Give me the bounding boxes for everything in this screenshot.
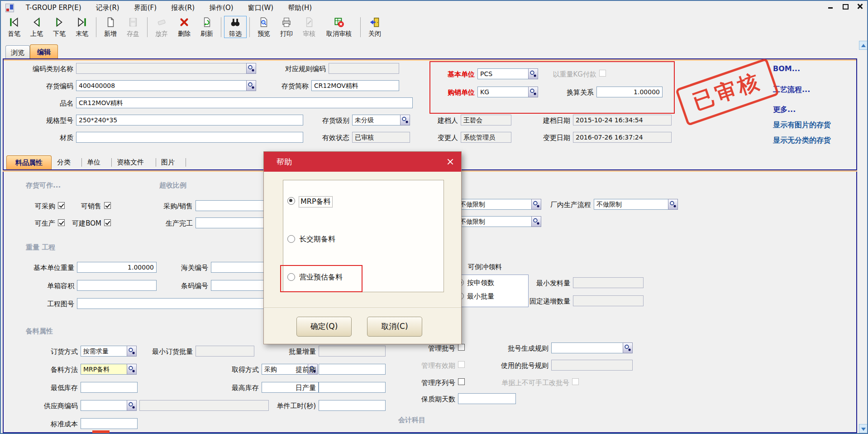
level-lookup-icon[interactable] (400, 115, 410, 125)
menu-item-app[interactable]: T-GROUP ERP(E) (19, 3, 88, 13)
material-field[interactable] (76, 132, 303, 143)
box-volume-field[interactable] (77, 280, 157, 291)
first-record-button[interactable]: 首笔 (3, 16, 25, 38)
lead-time-field[interactable] (319, 364, 386, 375)
restrict2-field[interactable]: 不做限制 (457, 216, 532, 227)
trade-unit-lookup-icon[interactable] (528, 87, 538, 97)
base-unit-lookup-icon[interactable] (528, 68, 538, 79)
binoculars-icon (229, 16, 241, 30)
last-record-button[interactable]: 末笔 (71, 16, 93, 38)
order-mode-lookup-icon[interactable] (127, 346, 137, 357)
tab-item-attributes[interactable]: 料品属性 (6, 155, 52, 169)
next-record-button[interactable]: 下笔 (48, 16, 71, 38)
base-unit-field[interactable]: PCS (477, 68, 529, 79)
option-mrp-radio[interactable] (287, 197, 295, 205)
restrict1-field[interactable]: 不做限制 (457, 199, 532, 210)
scroll-up-icon[interactable] (859, 41, 868, 50)
tab-images[interactable]: 图片 (161, 158, 186, 167)
cancel-button[interactable]: 取消(C) (367, 317, 422, 337)
trade-unit-field[interactable]: KG (477, 87, 529, 97)
manage-batch-checkbox[interactable] (458, 344, 465, 351)
manage-validity-checkbox[interactable] (458, 361, 465, 368)
cancel-audit-button[interactable]: 取消审核 (320, 16, 358, 38)
used-batch-rule-field (551, 360, 633, 371)
option-long-leadtime-label[interactable]: 长交期备料 (299, 235, 335, 244)
spec-field[interactable]: 250*240*35 (76, 115, 303, 125)
menu-item-record[interactable]: 记录(R) (90, 3, 126, 13)
product-name-field[interactable]: CR12MOV精料 (76, 97, 413, 108)
option-mrp-label[interactable]: MRP备料 (299, 197, 332, 207)
scroll-down-icon[interactable] (859, 424, 868, 433)
tab-classification[interactable]: 分类 (57, 158, 82, 167)
erp-window: { "colors":{"accent_red":"#e02424","dial… (0, 0, 868, 434)
option-long-leadtime-radio[interactable] (287, 235, 295, 243)
no-manual-batch-checkbox[interactable] (572, 378, 579, 385)
new-button[interactable]: 新增 (99, 16, 122, 38)
prev-record-button[interactable]: 上笔 (25, 16, 48, 38)
menu-item-report[interactable]: 报表(R) (165, 3, 201, 13)
batch-rule-field[interactable] (551, 342, 624, 353)
factory-flow-lookup-icon[interactable] (668, 199, 678, 210)
print-button[interactable]: 打印 (275, 16, 298, 38)
daily-output-label: 日产量 (277, 384, 316, 392)
supplier-code-field[interactable] (81, 400, 128, 411)
daily-output-field[interactable] (319, 382, 386, 393)
menu-item-help[interactable]: 帮助(H) (281, 3, 318, 13)
modifier-field: 系统管理员 (461, 132, 511, 143)
delete-button[interactable]: 删除 (173, 16, 196, 38)
link-show-unclassified-items[interactable]: 显示无分类的存货 (773, 136, 831, 145)
refresh-button[interactable]: 刷新 (196, 16, 218, 38)
code-category-lookup-icon[interactable] (246, 63, 256, 74)
menu-item-interface[interactable]: 界面(F) (128, 3, 163, 13)
link-bom[interactable]: BOM... (773, 64, 800, 73)
unit-work-sec-field[interactable] (319, 400, 386, 411)
menu-item-operation[interactable]: 操作(O) (203, 3, 240, 13)
prepare-method-lookup-icon[interactable] (127, 364, 137, 375)
minimize-icon[interactable] (827, 3, 835, 10)
shelf-days-field[interactable] (458, 393, 516, 404)
save-button[interactable]: 存盘 (122, 16, 144, 38)
batch-rule-lookup-icon[interactable] (623, 342, 633, 353)
filter-button[interactable]: 筛选 (224, 16, 247, 38)
sellable-checkbox[interactable] (104, 202, 111, 209)
tab-units[interactable]: 单位 (87, 158, 112, 167)
level-field[interactable]: 未分级 (352, 115, 401, 125)
tab-qualification-files[interactable]: 资格文件 (117, 158, 156, 167)
pay-by-weight-checkbox[interactable] (599, 70, 606, 77)
std-cost-field[interactable] (81, 418, 138, 429)
item-code-field[interactable]: 400400008 (76, 80, 256, 91)
can-build-bom-checkbox[interactable] (104, 219, 111, 226)
restrict1-lookup-icon[interactable] (531, 199, 541, 210)
purchasable-checkbox[interactable] (58, 202, 65, 209)
dialog-close-icon[interactable] (447, 158, 454, 165)
ok-button[interactable]: 确定(Q) (296, 317, 352, 337)
link-more[interactable]: 更多... (773, 105, 796, 115)
manage-serial-checkbox[interactable] (458, 378, 465, 385)
close-window-icon[interactable] (856, 3, 863, 10)
panel-bottom-border (3, 432, 857, 433)
min-stock-field[interactable] (81, 382, 138, 393)
close-form-button[interactable]: 关闭 (363, 16, 386, 38)
item-abbr-field[interactable]: CR12MOV精料 (311, 80, 399, 91)
restrict2-lookup-icon[interactable] (531, 216, 541, 227)
tab-edit[interactable]: 编辑 (30, 44, 58, 59)
preview-button[interactable]: 预览 (253, 16, 275, 38)
producible-checkbox[interactable] (58, 219, 65, 226)
link-process-flow[interactable]: 工艺流程... (773, 85, 810, 95)
discard-button[interactable]: 放弃 (150, 16, 173, 38)
maximize-icon[interactable] (842, 3, 849, 10)
order-mode-field[interactable]: 按需求量 (81, 346, 128, 357)
sellable-label: 可销售 (72, 202, 101, 211)
tab-browse[interactable]: 浏览 (5, 45, 30, 59)
unit-weight-field[interactable]: 1.00000 (77, 262, 157, 273)
link-show-items-with-images[interactable]: 显示有图片的存货 (773, 121, 831, 130)
factory-flow-field[interactable]: 不做限制 (594, 199, 669, 210)
supplier-code-lookup-icon[interactable] (127, 400, 137, 411)
code-category-field[interactable] (76, 63, 256, 74)
prepare-method-field[interactable]: MRP备料 (81, 364, 128, 375)
conversion-field[interactable]: 1.00000 (596, 87, 663, 97)
audit-button[interactable]: 审核 (298, 16, 320, 38)
menu-item-window[interactable]: 窗口(W) (242, 3, 280, 13)
batch-increment-label: 批量增量 (277, 347, 316, 356)
rule-code-field[interactable] (329, 63, 399, 74)
